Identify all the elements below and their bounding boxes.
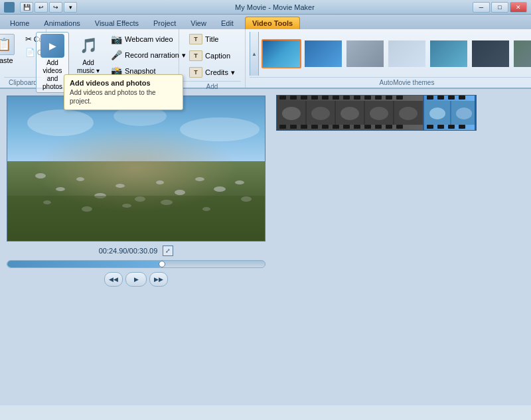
title-button[interactable]: T Title [185,32,240,46]
title-label: Title [205,35,218,43]
paste-icon: 📋 [0,34,15,55]
app-icon [4,2,15,13]
window-controls: ─ □ ✕ [473,2,527,13]
svg-point-3 [35,173,46,178]
themes-scroll-up[interactable]: ▲ [250,32,259,76]
film-selected [423,96,476,130]
perfs-top-sel [424,96,475,101]
tooltip-desc: Add videos and photos to the project. [70,88,177,105]
copy-icon: 📄 [25,48,35,57]
tab-animations[interactable]: Animations [37,17,87,29]
timeline-strip [276,93,527,133]
svg-point-34 [456,107,472,119]
tab-video-tools[interactable]: Video Tools [245,17,300,29]
minimize-btn[interactable]: ─ [473,2,490,13]
svg-point-13 [235,180,244,184]
svg-point-26 [282,107,301,120]
add-music-label: Addmusic ▾ [77,59,100,75]
close-btn[interactable]: ✕ [510,2,527,13]
film-frames-main [277,101,423,125]
paste-button[interactable]: 📋 Paste [0,32,19,66]
progress-bar[interactable] [7,260,266,268]
film-strip[interactable] [276,95,477,131]
theme-thumb-3 [388,40,425,67]
svg-point-4 [56,187,65,191]
tooltip: Add videos and photos Add videos and pho… [64,74,183,110]
text-btns: T Title T Caption T Credits ▾ [185,32,240,80]
tab-view[interactable]: View [183,17,214,29]
add-music-button[interactable]: 🎵 Addmusic ▾ [72,32,105,77]
save-quick-btn[interactable]: 💾 [20,2,33,13]
credits-button[interactable]: T Credits ▾ [185,65,240,80]
title-bar-left: 💾 ↩ ↪ ▾ [4,2,77,13]
svg-point-30 [399,107,417,120]
play-button[interactable]: ▶ [125,272,147,287]
tab-visual-effects[interactable]: Visual Effects [88,17,146,29]
webcam-icon: 📷 [111,34,122,44]
film-sel-svg [424,101,475,125]
tab-edit[interactable]: Edit [214,17,241,29]
themes-label: AutoMovie themes [250,77,531,86]
theme-item-3[interactable] [387,39,427,68]
svg-point-33 [429,107,445,119]
caption-button[interactable]: T Caption [185,48,240,63]
scene-svg [7,96,265,241]
microphone-icon: 🎤 [111,50,122,60]
record-narration-button[interactable]: 🎤 Record narration ▾ [108,48,189,62]
theme-thumb-2 [346,40,384,67]
caption-label: Caption [205,52,230,60]
ribbon-tabs: Home Animations Visual Effects Project V… [0,15,531,29]
themes-section: ▲ [246,29,531,88]
tab-project[interactable]: Project [146,17,183,29]
svg-point-10 [175,190,185,195]
theme-thumb-0 [263,40,300,67]
fullscreen-button[interactable]: ⤢ [163,245,173,256]
svg-point-9 [156,180,164,184]
time-display: 00:24.90/00:30.09 ⤢ [7,245,266,256]
undo-quick-btn[interactable]: ↩ [35,2,48,13]
text-content: T Title T Caption T Credits ▾ [185,32,240,80]
svg-point-28 [341,107,359,120]
svg-point-11 [195,177,204,181]
theme-item-4[interactable] [429,39,469,68]
film-content-svg [277,101,423,125]
rewind-button[interactable]: ◀◀ [104,272,123,287]
record-label: Record narration [125,51,179,59]
quick-toolbar: 💾 ↩ ↪ ▾ [20,2,77,13]
svg-rect-20 [7,196,265,241]
credits-label: Credits [205,68,228,76]
redo-quick-btn[interactable]: ↪ [49,2,62,13]
cut-icon: ✂ [25,35,32,44]
theme-thumb-6 [514,40,531,67]
perfs-bottom-sel [424,125,475,130]
playback-controls: ◀◀ ▶ ▶▶ [7,272,266,287]
forward-button[interactable]: ▶▶ [149,272,168,287]
theme-item-5[interactable] [471,39,510,68]
theme-item-0[interactable] [262,39,301,68]
media-btns: 📷 Webcam video 🎤 Record narration ▾ 📸 Sn… [108,32,189,78]
maximize-btn[interactable]: □ [491,2,508,13]
theme-item-6[interactable] [512,39,531,68]
theme-thumb-5 [472,40,509,67]
title-icon: T [189,34,202,44]
theme-thumb-4 [430,40,467,67]
preview-panel: 00:24.90/00:30.09 ⤢ ◀◀ ▶ ▶▶ [0,89,272,405]
timecode: 00:24.90/00:30.09 [99,247,158,255]
svg-point-29 [370,107,388,120]
webcam-label: Webcam video [125,35,173,43]
perfs-bottom-main [277,125,423,130]
text-group: T Title T Caption T Credits ▾ Add [179,29,246,88]
theme-thumb-1 [305,40,342,67]
dropdown-quick-btn[interactable]: ▾ [64,2,77,13]
webcam-button[interactable]: 📷 Webcam video [108,32,189,46]
caption-icon: T [189,50,202,61]
theme-item-2[interactable] [345,39,385,68]
svg-point-12 [214,186,226,192]
add-music-icon: 🎵 [76,34,100,58]
themes-grid [262,39,531,68]
svg-point-7 [115,184,125,188]
title-bar: 💾 ↩ ↪ ▾ My Movie - Movie Maker ─ □ ✕ [0,0,531,15]
theme-item-1[interactable] [303,39,343,68]
tab-home[interactable]: Home [3,17,37,29]
add-videos-icon [40,34,64,58]
